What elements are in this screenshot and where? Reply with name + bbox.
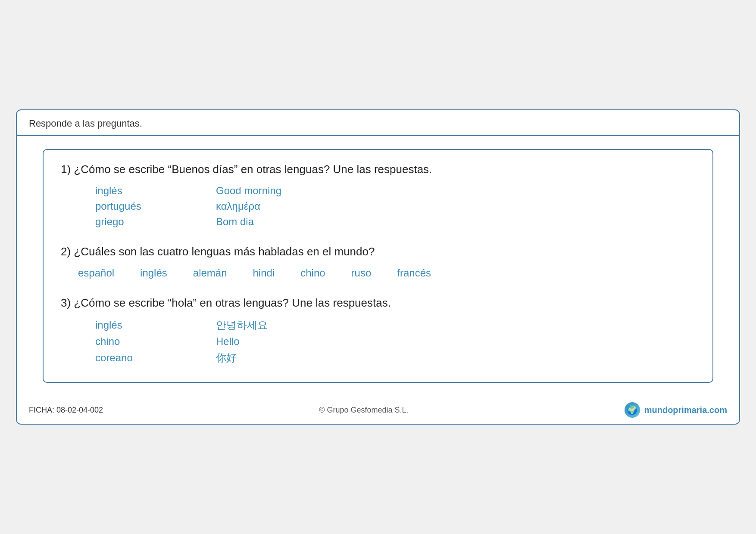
- word-chino: chino: [300, 267, 325, 279]
- answer-hello: Hello: [216, 335, 240, 348]
- question-1-title: 1) ¿Cómo se escribe “Buenos días” en otr…: [61, 163, 695, 176]
- answer-bom-dia: Bom dia: [216, 216, 254, 228]
- word-espanol: español: [78, 267, 114, 279]
- footer: FICHA: 08-02-04-002 © Grupo Gesfomedia S…: [17, 396, 739, 424]
- word-hindi: hindi: [253, 267, 275, 279]
- question-3-text: ¿Cómo se escribe “hola” en otras lenguas…: [74, 296, 391, 309]
- question-1-number: 1): [61, 163, 71, 176]
- footer-ficha: FICHA: 08-02-04-002: [29, 406, 103, 415]
- match-row-2: griego Bom dia: [95, 216, 695, 228]
- question-3-title: 3) ¿Cómo se escribe “hola” en otras leng…: [61, 296, 695, 310]
- question-2-block: 2) ¿Cuáles son las cuatro lenguas más ha…: [61, 245, 695, 279]
- lang-chino-3: chino: [95, 335, 216, 348]
- footer-brand: 🌍 mundoprimaria.com: [625, 402, 727, 418]
- answer-kalimera: καλημέρα: [216, 200, 260, 212]
- lang-portugues: portugués: [95, 200, 216, 212]
- footer-copyright: © Grupo Gesfomedia S.L.: [319, 406, 408, 415]
- question-3-match-table: inglés 안녕하세요 chino Hello coreano 你好: [95, 318, 695, 365]
- question-2-title: 2) ¿Cuáles son las cuatro lenguas más ha…: [61, 245, 695, 258]
- match-row-0: inglés Good morning: [95, 185, 695, 197]
- match-row-3-1: chino Hello: [95, 335, 695, 348]
- lang-ingles-1: inglés: [95, 185, 216, 197]
- question-3-block: 3) ¿Cómo se escribe “hola” en otras leng…: [61, 296, 695, 365]
- lang-ingles-3: inglés: [95, 319, 216, 331]
- inner-box: 1) ¿Cómo se escribe “Buenos días” en otr…: [43, 149, 713, 383]
- brand-name: mundoprimaria.com: [644, 405, 727, 415]
- word-ingles: inglés: [140, 267, 167, 279]
- question-1-match-table: inglés Good morning portugués καλημέρα g…: [95, 185, 695, 228]
- question-2-word-list: español inglés alemán hindi chino ruso f…: [78, 267, 695, 279]
- lang-griego: griego: [95, 216, 216, 228]
- question-1-block: 1) ¿Cómo se escribe “Buenos días” en otr…: [61, 163, 695, 228]
- word-frances: francés: [397, 267, 431, 279]
- word-ruso: ruso: [351, 267, 372, 279]
- answer-korean: 안녕하세요: [216, 318, 268, 332]
- main-content: 1) ¿Cómo se escribe “Buenos días” en otr…: [17, 136, 739, 396]
- header-bar: Responde a las preguntas.: [17, 110, 739, 136]
- answer-good-morning: Good morning: [216, 185, 281, 197]
- page-wrapper: Responde a las preguntas. 1) ¿Cómo se es…: [16, 109, 740, 425]
- match-row-1: portugués καλημέρα: [95, 200, 695, 212]
- question-1-text: ¿Cómo se escribe “Buenos días” en otras …: [74, 163, 432, 176]
- match-row-3-0: inglés 안녕하세요: [95, 318, 695, 332]
- word-aleman: alemán: [193, 267, 227, 279]
- instruction-text: Responde a las preguntas.: [29, 118, 142, 129]
- question-3-number: 3): [61, 296, 71, 309]
- question-2-number: 2): [61, 245, 71, 258]
- lang-coreano: coreano: [95, 352, 216, 364]
- answer-nihao: 你好: [216, 351, 237, 365]
- question-2-text: ¿Cuáles son las cuatro lenguas más habla…: [74, 245, 375, 258]
- match-row-3-2: coreano 你好: [95, 351, 695, 365]
- globe-icon: 🌍: [625, 402, 640, 418]
